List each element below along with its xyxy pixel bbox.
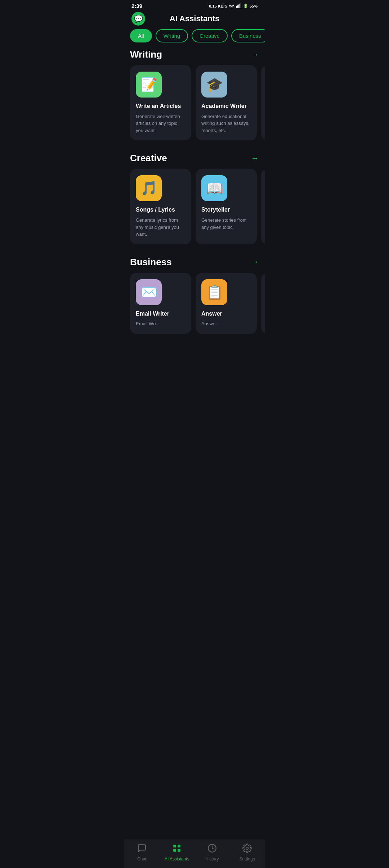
logo-icon: 💬 bbox=[134, 14, 143, 23]
business-arrow[interactable]: → bbox=[251, 257, 259, 267]
network-speed: 0.15 KB/S bbox=[209, 4, 227, 8]
svg-rect-2 bbox=[238, 4, 239, 8]
creative-section-title: Creative bbox=[130, 153, 167, 164]
battery-level: 55% bbox=[250, 4, 258, 8]
summarizer-card-partial[interactable]: 📄 Su... bbox=[261, 65, 265, 140]
svg-rect-4 bbox=[241, 3, 241, 8]
answer-title: Answer bbox=[201, 310, 251, 318]
email-writer-desc: Email Wri... bbox=[136, 320, 185, 327]
academic-writer-card[interactable]: 🎓 Academic Writer Generate educational w… bbox=[196, 65, 257, 140]
academic-emoji: 🎓 bbox=[206, 77, 223, 92]
songs-lyrics-title: Songs / Lyrics bbox=[136, 206, 185, 214]
svg-rect-3 bbox=[240, 4, 240, 8]
songs-lyrics-icon: 🎵 bbox=[136, 175, 162, 201]
podcast-card-partial[interactable]: 🎙️ Po... bbox=[261, 169, 265, 244]
status-time: 2:39 bbox=[131, 3, 142, 9]
write-articles-desc: Generate well-written articles on any to… bbox=[136, 113, 185, 134]
write-articles-title: Write an Articles bbox=[136, 103, 185, 110]
app-logo: 💬 bbox=[131, 12, 145, 26]
writing-section: Writing → 📝 Write an Articles Generate w… bbox=[124, 49, 265, 146]
business-section-title: Business bbox=[130, 257, 172, 268]
business-cards-row: ✉️ Email Writer Email Wri... 📋 Answer An… bbox=[130, 273, 259, 336]
storyteller-icon: 📖 bbox=[201, 175, 227, 201]
svg-rect-0 bbox=[236, 6, 237, 8]
filter-writing[interactable]: Writing bbox=[156, 29, 188, 42]
status-icons: 0.15 KB/S 🔋 55% bbox=[209, 3, 258, 9]
academic-writer-desc: Generate educational writing such as ess… bbox=[201, 113, 251, 134]
writing-section-header: Writing → bbox=[130, 49, 259, 60]
page-header: 💬 AI Assistants bbox=[124, 10, 265, 29]
email-writer-icon: ✉️ bbox=[136, 279, 162, 305]
signal-icon bbox=[236, 3, 242, 9]
email-emoji: ✉️ bbox=[140, 284, 157, 300]
storyteller-title: Storyteller bbox=[201, 206, 251, 214]
page-title: AI Assistants bbox=[170, 14, 220, 23]
creative-section: Creative → 🎵 Songs / Lyrics Generate lyr… bbox=[124, 153, 265, 250]
storyteller-card[interactable]: 📖 Storyteller Generate stories from any … bbox=[196, 169, 257, 244]
write-articles-icon: 📝 bbox=[136, 72, 162, 98]
filter-creative[interactable]: Creative bbox=[192, 29, 228, 42]
write-articles-card[interactable]: 📝 Write an Articles Generate well-writte… bbox=[130, 65, 191, 140]
content-area: Writing → 📝 Write an Articles Generate w… bbox=[124, 49, 265, 372]
answer-icon: 📋 bbox=[201, 279, 227, 305]
filter-business[interactable]: Business bbox=[231, 29, 265, 42]
write-articles-emoji: 📝 bbox=[140, 77, 157, 92]
wifi-icon bbox=[229, 3, 234, 9]
songs-lyrics-desc: Generate lyrics from any music genre you… bbox=[136, 217, 185, 238]
academic-writer-title: Academic Writer bbox=[201, 103, 251, 110]
answer-card[interactable]: 📋 Answer Answer... bbox=[196, 273, 257, 334]
creative-cards-row: 🎵 Songs / Lyrics Generate lyrics from an… bbox=[130, 169, 259, 246]
filter-bar: All Writing Creative Business Social bbox=[124, 29, 265, 49]
songs-lyrics-card[interactable]: 🎵 Songs / Lyrics Generate lyrics from an… bbox=[130, 169, 191, 244]
business-section-header: Business → bbox=[130, 257, 259, 268]
storyteller-desc: Generate stories from any given topic. bbox=[201, 217, 251, 231]
writing-cards-row: 📝 Write an Articles Generate well-writte… bbox=[130, 65, 259, 143]
svg-rect-1 bbox=[237, 5, 238, 8]
creative-section-header: Creative → bbox=[130, 153, 259, 164]
answer-desc: Answer... bbox=[201, 320, 251, 327]
writing-arrow[interactable]: → bbox=[251, 50, 259, 59]
battery-icon: 🔋 bbox=[243, 4, 248, 8]
email-writer-card[interactable]: ✉️ Email Writer Email Wri... bbox=[130, 273, 191, 334]
filter-all[interactable]: All bbox=[130, 29, 152, 42]
creative-arrow[interactable]: → bbox=[251, 154, 259, 163]
answer-emoji: 📋 bbox=[206, 284, 223, 300]
business-section: Business → ✉️ Email Writer Email Wri... … bbox=[124, 257, 265, 340]
writing-section-title: Writing bbox=[130, 49, 162, 60]
status-bar: 2:39 0.15 KB/S 🔋 55% bbox=[124, 0, 265, 10]
academic-writer-icon: 🎓 bbox=[201, 72, 227, 98]
book-emoji: 📖 bbox=[206, 180, 223, 196]
job-card-partial[interactable]: 💼 Jo... bbox=[261, 273, 265, 334]
email-writer-title: Email Writer bbox=[136, 310, 185, 318]
music-emoji: 🎵 bbox=[140, 180, 157, 196]
